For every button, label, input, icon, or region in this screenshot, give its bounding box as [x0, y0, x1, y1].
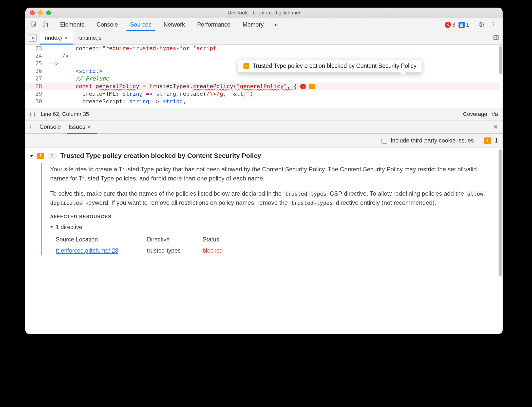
warning-icon: !: [243, 63, 249, 69]
issue-header[interactable]: ! 1 Trusted Type policy creation blocked…: [25, 148, 503, 163]
file-tab-label: (index): [45, 35, 62, 41]
cursor-position: Line 62, Column 35: [41, 111, 89, 117]
issue-title: Trusted Type policy creation blocked by …: [60, 152, 261, 160]
affected-resources-subheader[interactable]: 1 directive: [50, 223, 496, 232]
window-controls: [30, 10, 51, 15]
code-chip: trusted-types: [290, 200, 334, 206]
expand-caret-icon[interactable]: [30, 155, 33, 157]
drawer-tabbar: ⋮ Console Issues ✕ ✕: [25, 120, 503, 134]
tab-memory[interactable]: Memory: [237, 18, 270, 31]
third-party-label: Include third-party cookie issues: [391, 137, 474, 144]
tab-console[interactable]: Console: [90, 18, 124, 31]
tooltip-text: Trusted Type policy creation blocked by …: [253, 63, 416, 69]
scrollbar[interactable]: [499, 45, 502, 108]
minimize-window-button[interactable]: [38, 10, 43, 15]
expand-caret-icon[interactable]: [50, 226, 53, 228]
message-counter[interactable]: ▤ 1: [459, 22, 469, 28]
line-gutter: 2324252627282930: [25, 45, 45, 105]
titlebar: DevTools - tt-enforced.glitch.me/: [25, 8, 503, 18]
tab-performance[interactable]: Performance: [191, 18, 237, 31]
affected-resources-header: AFFECTED RESOURCES: [50, 213, 496, 220]
drawer-menu-icon[interactable]: ⋮: [28, 124, 33, 130]
error-counter[interactable]: ✕ 3: [445, 22, 455, 28]
window-title: DevTools - tt-enforced.glitch.me/: [25, 10, 503, 16]
svg-rect-0: [31, 22, 35, 26]
divider: [479, 137, 479, 145]
device-toggle-icon[interactable]: [42, 21, 49, 28]
col-status: Status: [203, 235, 243, 244]
code-chip: trusted-types: [283, 191, 328, 197]
issue-body: Your site tries to create a Trusted Type…: [41, 163, 503, 255]
devtools-window: DevTools - tt-enforced.glitch.me/ Elemen…: [25, 8, 503, 334]
more-tabs-icon[interactable]: »: [270, 21, 282, 29]
issue-description: Your site tries to create a Trusted Type…: [50, 165, 496, 183]
warning-icon: !: [37, 153, 44, 159]
kebab-menu-icon[interactable]: ⋮: [488, 21, 499, 29]
warning-icon: !: [484, 137, 491, 144]
warning-tooltip: ! Trusted Type policy creation blocked b…: [238, 59, 422, 73]
message-icon: ▤: [459, 22, 465, 28]
zoom-window-button[interactable]: [46, 10, 51, 15]
coverage-label: Coverage: n/a: [463, 111, 498, 117]
close-window-button[interactable]: [30, 10, 35, 15]
file-tab-label: runtime.js: [77, 35, 101, 41]
issue-resolution: To solve this, make sure that the names …: [50, 189, 496, 207]
issue-count-badge: 1: [48, 153, 57, 159]
file-tab-index[interactable]: (index) ✕: [40, 31, 73, 44]
show-navigator-icon[interactable]: [493, 34, 503, 41]
close-tab-icon[interactable]: ✕: [87, 124, 91, 130]
close-drawer-icon[interactable]: ✕: [491, 124, 500, 131]
tab-network[interactable]: Network: [158, 18, 191, 31]
drawer-tab-console[interactable]: Console: [38, 120, 62, 133]
directive-value: trusted-types: [147, 246, 203, 255]
settings-icon[interactable]: ⚙: [479, 21, 485, 29]
tab-sources[interactable]: Sources: [124, 18, 157, 31]
affected-resources-table: Source Location Directive Status tt-enfo…: [56, 235, 496, 255]
col-source-location: Source Location: [56, 235, 147, 244]
main-toolbar: Elements Console Sources Network Perform…: [25, 18, 503, 31]
editor-statusbar: { } Line 62, Column 35 Coverage: n/a: [25, 108, 503, 120]
drawer-tab-issues[interactable]: Issues ✕: [67, 120, 92, 133]
pretty-print-icon[interactable]: { }: [30, 111, 35, 117]
third-party-checkbox[interactable]: [382, 138, 387, 144]
error-count: 3: [452, 22, 455, 28]
close-tab-icon[interactable]: ✕: [64, 35, 68, 41]
scrollbar-thumb[interactable]: [499, 149, 502, 276]
error-icon: ✕: [445, 22, 451, 28]
directive-count-label: 1 directive: [56, 223, 82, 232]
issues-panel: ! 1 Trusted Type policy creation blocked…: [25, 148, 503, 334]
message-count: 1: [466, 22, 469, 28]
scrollbar[interactable]: [499, 149, 502, 276]
scrollbar-thumb[interactable]: [499, 46, 502, 74]
tab-elements[interactable]: Elements: [54, 18, 90, 31]
status-value: blocked: [203, 246, 243, 255]
inspect-icon[interactable]: [30, 21, 37, 28]
run-snippet-icon[interactable]: [29, 34, 36, 42]
code-content: content="require-trusted-types-for 'scri…: [49, 45, 499, 105]
source-location-link[interactable]: tt-enforced.glitch.me/:28: [56, 246, 147, 255]
sources-subbar: (index) ✕ runtime.js: [25, 31, 503, 45]
drawer-tab-label: Issues: [68, 124, 85, 130]
issues-toolbar: Include third-party cookie issues ! 1: [25, 134, 503, 148]
svg-rect-3: [494, 35, 498, 39]
col-directive: Directive: [147, 235, 203, 244]
panel-tabs: Elements Console Sources Network Perform…: [54, 18, 270, 31]
divider: [474, 21, 474, 29]
warning-count: 1: [495, 137, 498, 144]
svg-rect-2: [45, 23, 48, 27]
code-editor[interactable]: 2324252627282930 content="require-truste…: [25, 45, 503, 108]
file-tab-runtime[interactable]: runtime.js: [73, 31, 106, 44]
